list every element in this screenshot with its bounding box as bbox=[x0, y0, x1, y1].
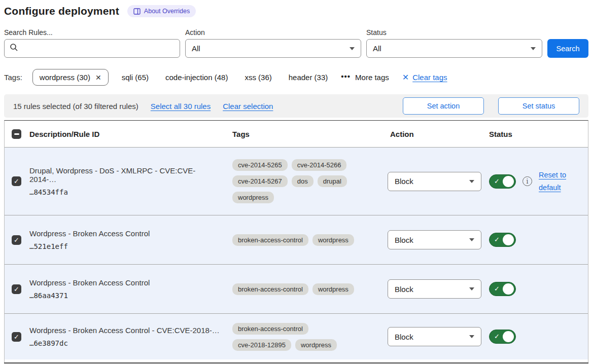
status-filter-value: All bbox=[373, 44, 381, 53]
column-status: Status bbox=[485, 130, 588, 138]
action-select[interactable]: Block bbox=[388, 230, 481, 249]
tag-pill: wordpress bbox=[232, 192, 274, 203]
check-icon: ✓ bbox=[14, 286, 19, 293]
clear-selection-link[interactable]: Clear selection bbox=[223, 102, 273, 111]
rules-table: Description/Rule ID Tags Action Status ✓… bbox=[4, 120, 588, 362]
rule-description-cell: Wordpress - Broken Access Control …521e1… bbox=[29, 229, 232, 250]
more-tags-button[interactable]: ••• More tags bbox=[341, 73, 389, 82]
rules-table-body: ✓ Drupal, Wordpress - DoS - XMLRPC - CVE… bbox=[5, 147, 588, 359]
status-toggle[interactable]: ✓ bbox=[489, 330, 516, 344]
tag-pill: dos bbox=[292, 175, 314, 187]
rule-id: …6e3897dc bbox=[29, 339, 222, 347]
selection-summary: 15 rules selected (of 30 filtered rules) bbox=[13, 102, 138, 111]
book-icon bbox=[133, 8, 141, 15]
rule-description-cell: Wordpress - Broken Access Control …86aa4… bbox=[29, 278, 232, 300]
search-button[interactable]: Search bbox=[547, 39, 588, 58]
tag-pill: cve-2014-5267 bbox=[232, 175, 288, 187]
select-all-checkbox[interactable] bbox=[12, 129, 21, 139]
table-row: ✓ Drupal, Wordpress - DoS - XMLRPC - CVE… bbox=[5, 147, 588, 215]
tag-pill: broken-access-control bbox=[232, 234, 308, 246]
selected-tag-wordpress[interactable]: wordpress (30) ✕ bbox=[32, 69, 109, 86]
action-select-value: Block bbox=[395, 177, 413, 186]
action-select[interactable]: Block bbox=[388, 327, 481, 346]
chevron-down-icon bbox=[531, 47, 536, 50]
check-icon: ✓ bbox=[14, 334, 19, 340]
tag-pill: broken-access-control bbox=[232, 323, 308, 335]
status-toggle[interactable]: ✓ bbox=[489, 282, 516, 296]
rule-tags: broken-access-controlwordpress bbox=[232, 234, 370, 246]
info-icon[interactable]: i bbox=[523, 176, 532, 186]
next-section-divider bbox=[4, 362, 588, 363]
chevron-down-icon bbox=[350, 47, 355, 50]
row-checkbox[interactable]: ✓ bbox=[12, 176, 21, 186]
status-toggle[interactable]: ✓ bbox=[489, 174, 516, 189]
action-select-value: Block bbox=[395, 285, 413, 294]
status-filter-select[interactable]: All bbox=[366, 39, 542, 58]
rule-id: …521e1eff bbox=[29, 242, 222, 250]
search-rules-input[interactable] bbox=[4, 39, 180, 58]
toggle-check-icon: ✓ bbox=[494, 285, 500, 293]
tag-filter-button[interactable]: sqli (65) bbox=[122, 73, 149, 82]
about-overrides-badge[interactable]: About Overrides bbox=[127, 5, 196, 17]
rules-table-header: Description/Rule ID Tags Action Status bbox=[5, 121, 588, 147]
rule-description: Wordpress - Broken Access Control bbox=[29, 229, 222, 238]
selected-tag-label: wordpress (30) bbox=[40, 73, 90, 82]
chevron-down-icon bbox=[469, 335, 474, 338]
status-filter-group: Status All bbox=[366, 28, 542, 58]
tag-pill: wordpress bbox=[295, 339, 337, 351]
action-filter-label: Action bbox=[185, 28, 361, 37]
rule-id: …84534ffa bbox=[29, 188, 222, 196]
tag-filter-button[interactable]: xss (36) bbox=[245, 73, 271, 82]
chevron-down-icon bbox=[469, 287, 474, 290]
tag-filter-button[interactable]: header (33) bbox=[289, 73, 328, 82]
tag-pill: wordpress bbox=[312, 283, 354, 295]
selection-bar: 15 rules selected (of 30 filtered rules)… bbox=[4, 94, 588, 118]
reset-to-default-link[interactable]: Reset to default bbox=[539, 169, 571, 194]
tags-bar: Tags: wordpress (30) ✕ sqli (65)code-inj… bbox=[4, 69, 588, 86]
clear-tags-button[interactable]: ✕ Clear tags bbox=[402, 72, 447, 82]
row-checkbox[interactable]: ✓ bbox=[12, 235, 21, 245]
search-rules-group: Search Rules... bbox=[4, 28, 180, 58]
tag-pill: wordpress bbox=[312, 234, 354, 246]
column-tags: Tags bbox=[232, 130, 382, 138]
toggle-knob bbox=[503, 283, 514, 295]
set-action-button[interactable]: Set action bbox=[403, 97, 484, 115]
search-rules-label: Search Rules... bbox=[4, 28, 180, 37]
tags-label: Tags: bbox=[4, 73, 22, 82]
table-row: ✓ Wordpress - Broken Access Control - CV… bbox=[5, 313, 588, 359]
action-select-value: Block bbox=[395, 333, 413, 341]
column-description: Description/Rule ID bbox=[29, 130, 232, 138]
filter-row: Search Rules... Action All Status All bbox=[4, 28, 588, 58]
action-select-value: Block bbox=[395, 236, 413, 244]
more-tags-label: More tags bbox=[355, 73, 389, 82]
column-action: Action bbox=[382, 130, 485, 138]
rule-description: Wordpress - Broken Access Control bbox=[29, 278, 222, 287]
tag-filter-button[interactable]: code-injection (48) bbox=[165, 73, 228, 82]
tag-pill: cve-2014-5266 bbox=[292, 159, 347, 171]
about-overrides-label: About Overrides bbox=[144, 8, 190, 15]
check-icon: ✓ bbox=[14, 178, 19, 185]
action-filter-select[interactable]: All bbox=[185, 39, 361, 58]
page-title: Configure deployment bbox=[4, 5, 119, 17]
configure-deployment-page: Configure deployment About Overrides Sea… bbox=[0, 0, 592, 363]
remove-tag-icon[interactable]: ✕ bbox=[95, 74, 101, 82]
tag-pill: cve-2014-5265 bbox=[232, 159, 288, 171]
table-row: ✓ Wordpress - Broken Access Control …86a… bbox=[5, 264, 588, 313]
check-icon: ✓ bbox=[14, 237, 19, 243]
status-toggle[interactable]: ✓ bbox=[489, 233, 516, 247]
ellipsis-icon: ••• bbox=[341, 72, 351, 81]
clear-tags-label: Clear tags bbox=[412, 73, 447, 82]
action-select[interactable]: Block bbox=[388, 279, 481, 299]
action-select[interactable]: Block bbox=[388, 172, 481, 191]
row-checkbox[interactable]: ✓ bbox=[12, 284, 21, 294]
select-all-link[interactable]: Select all 30 rules bbox=[151, 102, 211, 111]
action-filter-value: All bbox=[192, 44, 200, 53]
set-status-button[interactable]: Set status bbox=[498, 97, 579, 115]
search-icon bbox=[10, 43, 18, 54]
toggle-knob bbox=[503, 331, 514, 342]
clear-tags-icon: ✕ bbox=[402, 72, 409, 82]
rule-description: Wordpress - Broken Access Control - CVE:… bbox=[29, 326, 222, 335]
rule-description: Drupal, Wordpress - DoS - XMLRPC - CVE:C… bbox=[29, 166, 222, 184]
row-checkbox[interactable]: ✓ bbox=[12, 332, 21, 342]
rule-description-cell: Wordpress - Broken Access Control - CVE:… bbox=[29, 326, 232, 347]
